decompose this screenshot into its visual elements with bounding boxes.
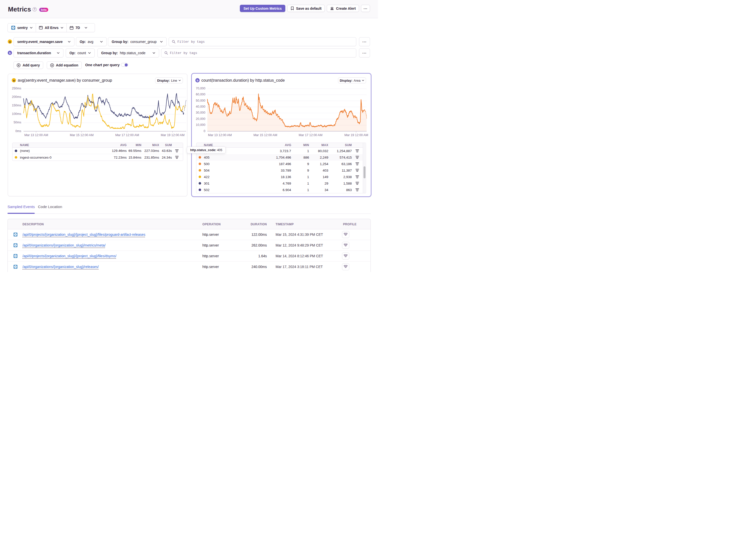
svg-text:?: ? xyxy=(34,8,35,11)
